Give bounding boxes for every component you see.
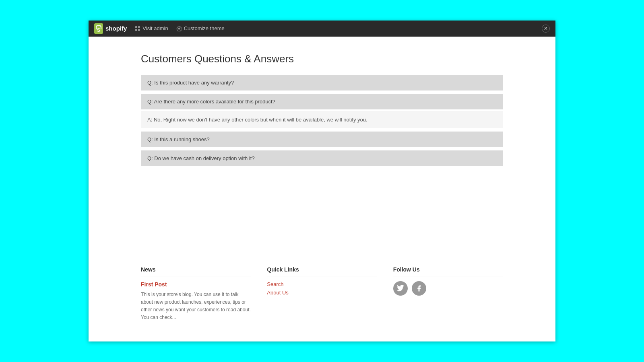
admin-icon (135, 26, 140, 31)
svg-point-4 (178, 27, 180, 29)
list-item[interactable]: Q: Is this product have any warranty? (141, 75, 503, 90)
question-text: Q: Do we have cash on delivery option wi… (147, 155, 255, 161)
svg-rect-2 (135, 29, 137, 31)
visit-admin-label: Visit admin (142, 25, 168, 31)
answer-item: A: No, Right now we don't have any other… (141, 111, 503, 128)
question-text: Q: Are there any more colors available f… (147, 99, 275, 105)
customize-theme-label: Customize theme (184, 25, 225, 31)
visit-admin-link[interactable]: Visit admin (135, 25, 168, 31)
footer: News First Post This is your store's blo… (89, 254, 555, 342)
shopify-logo: shopify (94, 23, 127, 34)
list-item[interactable]: Q: Do we have cash on delivery option wi… (141, 150, 503, 166)
close-icon: × (544, 25, 547, 32)
customize-theme-link[interactable]: Customize theme (176, 25, 225, 31)
answer-text: A: No, Right now we don't have any other… (147, 117, 367, 123)
news-post-excerpt: This is your store's blog. You can use i… (141, 291, 251, 322)
footer-quick-links: Quick Links Search About Us (267, 266, 377, 322)
news-post-title[interactable]: First Post (141, 281, 251, 288)
main-content: Customers Questions & Answers Q: Is this… (89, 37, 555, 254)
page-title: Customers Questions & Answers (141, 53, 503, 65)
twitter-icon[interactable] (393, 281, 408, 296)
list-item[interactable]: Q: Are there any more colors available f… (141, 94, 503, 109)
close-button[interactable]: × (542, 25, 550, 33)
svg-rect-3 (138, 29, 140, 31)
question-text: Q: Is this a running shoes? (147, 136, 210, 142)
svg-rect-0 (135, 26, 137, 28)
shopify-bag-icon (94, 23, 103, 34)
list-item[interactable]: Q: Is this a running shoes? (141, 132, 503, 147)
about-us-link[interactable]: About Us (267, 290, 377, 296)
social-icons (393, 281, 503, 296)
facebook-icon[interactable] (412, 281, 426, 296)
question-text: Q: Is this product have any warranty? (147, 80, 234, 86)
news-heading: News (141, 266, 251, 276)
svg-rect-1 (138, 26, 140, 28)
gear-icon (176, 26, 182, 31)
qa-list: Q: Is this product have any warranty? Q:… (141, 75, 503, 166)
search-link[interactable]: Search (267, 281, 377, 287)
quick-links-heading: Quick Links (267, 266, 377, 276)
footer-news: News First Post This is your store's blo… (141, 266, 251, 322)
follow-us-heading: Follow Us (393, 266, 503, 276)
footer-follow-us: Follow Us (393, 266, 503, 322)
top-bar: shopify Visit admin Customize theme (89, 21, 555, 37)
shopify-logo-text: shopify (105, 25, 127, 32)
